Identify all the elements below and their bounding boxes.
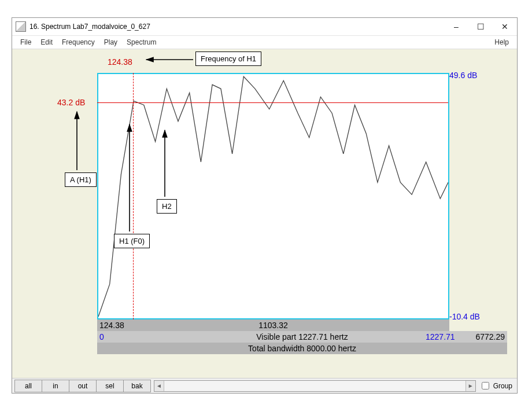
spectrum-curve xyxy=(98,74,448,318)
total-bandwidth-label: Total bandwidth 8000.00 hertz xyxy=(97,343,507,354)
scroll-right-arrow-icon[interactable]: ► xyxy=(466,381,475,391)
app-window: 16. Spectrum Lab7_modalvoice_0_627 – ☐ ✕… xyxy=(12,17,518,394)
selection-center: 1103.32 xyxy=(97,319,449,331)
bandwidth-remainder: 6772.29 xyxy=(475,331,505,343)
horizontal-scrollbar[interactable]: ◄ ► xyxy=(154,380,476,392)
cursor-amplitude-label: 43.2 dB xyxy=(57,98,85,107)
group-checkbox-input[interactable] xyxy=(482,382,489,389)
window-title: 16. Spectrum Lab7_modalvoice_0_627 xyxy=(29,23,444,31)
crosshair-vertical xyxy=(133,73,134,319)
app-icon xyxy=(16,21,26,32)
menu-frequency[interactable]: Frequency xyxy=(57,38,99,46)
menu-file[interactable]: File xyxy=(16,38,36,46)
annotation-freq-h1: Frequency of H1 xyxy=(195,52,261,66)
visible-end: 1227.71 xyxy=(426,331,455,343)
amplitude-min-label: -10.4 dB xyxy=(449,312,480,321)
close-button[interactable]: ✕ xyxy=(493,18,517,35)
menu-edit[interactable]: Edit xyxy=(36,38,57,46)
info-row-visible: 0 Visible part 1227.71 hertz 1227.71 677… xyxy=(97,331,507,343)
all-button[interactable]: all xyxy=(14,380,42,392)
annotation-h1-f0: H1 (F0) xyxy=(114,234,150,248)
minimize-button[interactable]: – xyxy=(444,18,468,35)
maximize-button[interactable]: ☐ xyxy=(468,18,493,35)
work-area: 124.38 43.2 dB 49.6 dB -10.4 dB 124.38 1… xyxy=(12,49,517,378)
spectrum-plot[interactable] xyxy=(97,73,449,319)
amplitude-max-label: 49.6 dB xyxy=(449,71,477,80)
scroll-left-arrow-icon[interactable]: ◄ xyxy=(154,381,164,391)
out-button[interactable]: out xyxy=(69,380,97,392)
menu-play[interactable]: Play xyxy=(99,38,122,46)
cursor-frequency-label: 124.38 xyxy=(108,57,132,67)
annotation-a-h1: A (H1) xyxy=(65,172,97,187)
annotation-h2: H2 xyxy=(157,199,177,214)
crosshair-horizontal xyxy=(97,102,448,103)
menu-bar: File Edit Frequency Play Spectrum Help xyxy=(12,36,517,49)
group-checkbox-label: Group xyxy=(493,382,512,390)
scroll-track[interactable] xyxy=(164,381,466,391)
info-row-total: Total bandwidth 8000.00 hertz xyxy=(97,343,507,354)
bak-button[interactable]: bak xyxy=(123,380,151,392)
in-button[interactable]: in xyxy=(42,380,69,392)
title-bar: 16. Spectrum Lab7_modalvoice_0_627 – ☐ ✕ xyxy=(12,18,517,36)
info-row-selection: 124.38 1103.32 xyxy=(97,319,449,331)
group-checkbox[interactable]: Group xyxy=(479,380,515,391)
bottom-toolbar: all in out sel bak ◄ ► Group xyxy=(12,378,517,393)
menu-spectrum[interactable]: Spectrum xyxy=(122,38,161,46)
menu-help[interactable]: Help xyxy=(490,38,513,46)
sel-button[interactable]: sel xyxy=(96,380,124,392)
